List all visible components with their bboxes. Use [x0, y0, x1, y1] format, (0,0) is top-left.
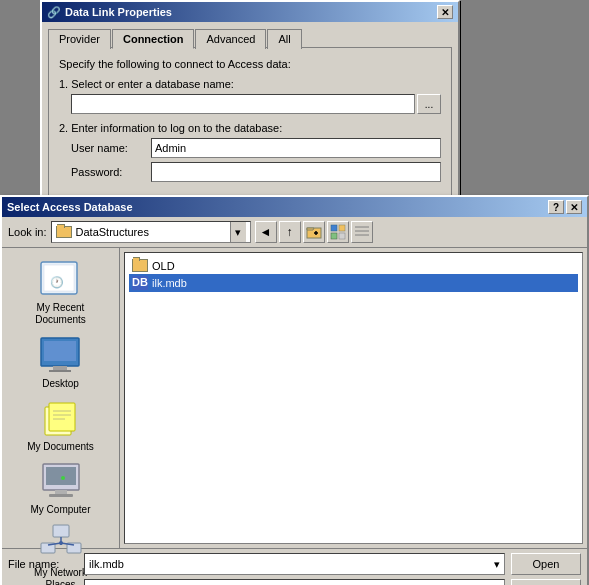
- sad-filelist[interactable]: OLD DB ilk.mdb: [124, 252, 583, 544]
- dlp-username-label: User name:: [71, 142, 151, 154]
- sad-up-button[interactable]: ↑: [279, 221, 301, 243]
- dlp-password-input[interactable]: [151, 162, 441, 182]
- svg-rect-15: [53, 366, 67, 370]
- svg-rect-4: [339, 225, 345, 231]
- sad-back-button[interactable]: ◄: [255, 221, 277, 243]
- svg-rect-25: [49, 494, 73, 497]
- svg-rect-14: [44, 341, 76, 361]
- sad-dialog: Select Access Database ? ✕ Look in: Data…: [0, 195, 589, 585]
- dlp-username-input[interactable]: [151, 138, 441, 158]
- dlp-db-input-row: ...: [71, 94, 441, 114]
- tab-all[interactable]: All: [267, 29, 301, 49]
- sad-help-button[interactable]: ?: [548, 200, 564, 214]
- sidebar-item-computer[interactable]: My Computer: [6, 458, 115, 519]
- sidebar-item-recent[interactable]: 🕐 My RecentDocuments: [6, 256, 115, 330]
- sad-close-button[interactable]: ✕: [566, 200, 582, 214]
- sidebar-item-documents[interactable]: My Documents: [6, 395, 115, 456]
- sad-list-view-button[interactable]: [327, 221, 349, 243]
- svg-rect-6: [339, 233, 345, 239]
- dlp-step2-label: 2. Enter information to log on to the da…: [59, 122, 441, 134]
- sad-details-button[interactable]: [351, 221, 373, 243]
- sad-lookin-combo[interactable]: DataStructures ▾: [51, 221, 251, 243]
- sad-nav-buttons: ◄ ↑: [255, 221, 373, 243]
- sad-open-button[interactable]: Open: [511, 553, 581, 575]
- dlp-password-label: Password:: [71, 166, 151, 178]
- sad-title-text: Select Access Database: [7, 201, 133, 213]
- sad-sidebar: 🕐 My RecentDocuments Desktop: [2, 248, 120, 548]
- dlp-username-row: User name:: [71, 138, 441, 158]
- dlp-title-icon: 🔗: [47, 6, 61, 19]
- dlp-section-text: Specify the following to connect to Acce…: [59, 58, 441, 70]
- dlp-tab-bar: Provider Connection Advanced All: [48, 28, 452, 48]
- recent-icon: 🕐: [39, 260, 83, 300]
- dlp-close-button[interactable]: ✕: [437, 5, 453, 19]
- mdb-icon: DB: [132, 276, 148, 290]
- tab-connection[interactable]: Connection: [112, 29, 195, 49]
- dlp-title-text: Data Link Properties: [65, 6, 172, 18]
- sad-filetype-row: Files of type: ▾ Cancel: [8, 579, 581, 585]
- svg-rect-23: [46, 467, 76, 485]
- svg-point-33: [59, 541, 63, 545]
- dlp-browse-button[interactable]: ...: [417, 94, 441, 114]
- computer-icon: [39, 462, 83, 502]
- sad-filename-row: File name: ilk.mdb ▾ Open: [8, 553, 581, 575]
- sad-new-folder-button[interactable]: [303, 221, 325, 243]
- sad-lookin-arrow[interactable]: ▾: [230, 222, 246, 242]
- svg-rect-5: [331, 233, 337, 239]
- dlp-step1-label: 1. Select or enter a database name:: [59, 78, 441, 90]
- sad-main: 🕐 My RecentDocuments Desktop: [2, 248, 587, 548]
- tab-advanced[interactable]: Advanced: [195, 29, 266, 49]
- dlp-titlebar: 🔗 Data Link Properties ✕: [42, 2, 458, 22]
- desktop-icon: [39, 336, 83, 376]
- sad-toolbar: Look in: DataStructures ▾ ◄ ↑: [2, 217, 587, 248]
- file-item-ilk[interactable]: DB ilk.mdb: [129, 274, 578, 292]
- lookin-folder-icon: [56, 226, 72, 238]
- sad-filetype-combo[interactable]: ▾: [84, 579, 505, 585]
- svg-rect-24: [55, 490, 67, 494]
- dlp-dialog: 🔗 Data Link Properties ✕ Provider Connec…: [40, 0, 460, 205]
- svg-text:DB: DB: [132, 276, 148, 288]
- file-name-old: OLD: [152, 260, 175, 272]
- sad-bottom: File name: ilk.mdb ▾ Open Files of type:…: [2, 548, 587, 585]
- sad-filename-label: File name:: [8, 558, 78, 570]
- folder-icon: [132, 259, 148, 272]
- file-item-old[interactable]: OLD: [129, 257, 578, 274]
- sad-titlebar: Select Access Database ? ✕: [2, 197, 587, 217]
- svg-rect-3: [331, 225, 337, 231]
- sidebar-item-desktop[interactable]: Desktop: [6, 332, 115, 393]
- dlp-tab-content: Specify the following to connect to Acce…: [48, 47, 452, 197]
- sad-filename-arrow: ▾: [494, 558, 500, 571]
- sad-filename-value: ilk.mdb: [89, 558, 124, 570]
- svg-rect-18: [49, 403, 75, 431]
- svg-rect-27: [53, 525, 69, 537]
- sad-lookin-label: Look in:: [8, 226, 47, 238]
- sad-cancel-button[interactable]: Cancel: [511, 579, 581, 585]
- svg-rect-26: [61, 476, 65, 480]
- svg-text:🕐: 🕐: [50, 275, 64, 289]
- sad-filename-combo[interactable]: ilk.mdb ▾: [84, 553, 505, 575]
- tab-provider[interactable]: Provider: [48, 29, 111, 49]
- dlp-db-input[interactable]: [71, 94, 415, 114]
- sad-lookin-value: DataStructures: [76, 226, 149, 238]
- dlp-password-row: Password:: [71, 162, 441, 182]
- documents-icon: [39, 399, 83, 439]
- svg-rect-16: [49, 370, 71, 372]
- file-name-ilk: ilk.mdb: [152, 277, 187, 289]
- dlp-body: Provider Connection Advanced All Specify…: [42, 22, 458, 203]
